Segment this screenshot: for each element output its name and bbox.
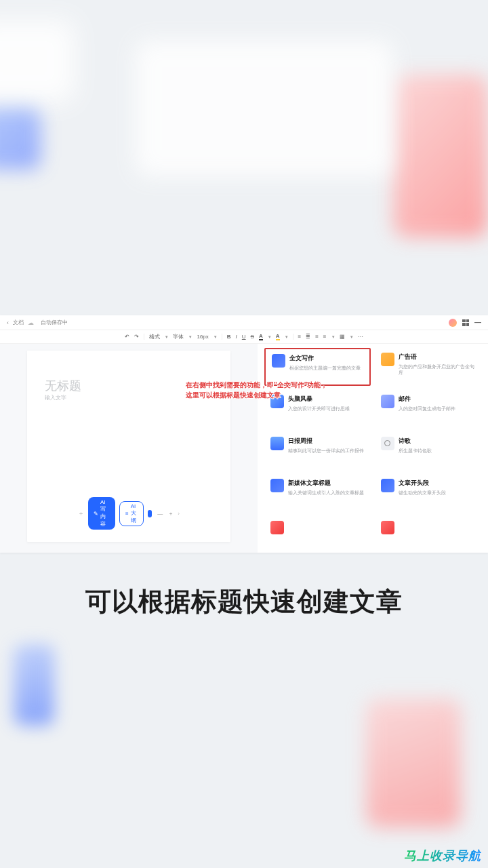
- fulltext-icon: [272, 354, 285, 368]
- highlight-color-button[interactable]: A: [276, 334, 280, 340]
- template-desc: 为您的产品和服务开启业的广告金句库: [399, 363, 475, 376]
- editor-toolbar: ↶ ↷ 格式▾ 字体▾ 16px▾ B I U S A▾ A▾ ≡ ≣ ≡ ≡▾…: [0, 330, 488, 344]
- plus-small[interactable]: ＋: [168, 510, 174, 517]
- list-ordered-icon[interactable]: ≡: [298, 334, 302, 340]
- template-more-right[interactable]: [375, 516, 481, 539]
- annotation-line1: 在右侧中找到需要的功能，即"全文写作"功能，: [186, 380, 327, 390]
- underline-button[interactable]: U: [242, 334, 246, 340]
- body-placeholder[interactable]: 输入文字: [45, 394, 66, 401]
- template-desc: 所生题卡特色歌: [399, 448, 432, 454]
- bold-button[interactable]: B: [227, 334, 231, 340]
- minimize-icon[interactable]: —: [474, 319, 481, 326]
- template-media-title[interactable]: 新媒体文章标题 输入关键词生成引人入胜的文章标题: [264, 474, 371, 512]
- poem-icon: [381, 437, 394, 450]
- template-mail[interactable]: 邮件 入的您对回复生成电子邮件: [375, 390, 481, 428]
- font-color-button[interactable]: A: [259, 334, 263, 340]
- template-title: 邮件: [399, 395, 455, 403]
- italic-button[interactable]: I: [236, 334, 237, 340]
- ai-write-label: AI写内容: [100, 499, 110, 528]
- undo-icon[interactable]: ↶: [125, 334, 129, 340]
- media-title-icon: [270, 479, 284, 492]
- table-icon[interactable]: ▦: [340, 334, 345, 340]
- bookmark-icon: [270, 521, 284, 534]
- doc-name: 文档: [13, 319, 24, 326]
- annotation-line2: 这里可以根据标题快速创建文章: [186, 390, 327, 400]
- template-desc: 输入关键词生成引人入胜的文章标题: [288, 490, 364, 496]
- watermark: 马上收录导航: [404, 848, 481, 864]
- list-icon: ≡: [125, 511, 129, 517]
- template-desc: 入您的设计开关即可进行思维: [288, 406, 350, 412]
- template-opening[interactable]: 文章开头段 键生动完的文章开头段: [375, 474, 481, 512]
- template-title: 全文写作: [289, 354, 361, 363]
- wand-icon: ✎: [94, 511, 98, 517]
- bookmark-icon: [381, 521, 394, 534]
- template-desc: 键生动完的文章开头段: [399, 490, 446, 496]
- template-more-left[interactable]: [264, 516, 371, 539]
- template-desc: 精事到此可以您一份详实的工作报件: [288, 448, 364, 454]
- font-size-select[interactable]: 16px: [197, 334, 208, 340]
- plus-icon[interactable]: ＋: [78, 509, 84, 518]
- template-advert[interactable]: 广告语 为您的产品和服务开启业的广告金句库: [375, 348, 481, 386]
- template-panel: 全文写作 根据您想的主题编一篇完整的文章 广告语 为您的产品和服务开启业的广告金…: [258, 344, 488, 553]
- annotation-overlay: 在右侧中找到需要的功能，即"全文写作"功能， 这里可以根据标题快速创建文章: [186, 380, 327, 400]
- ai-action-bar: ＋ ✎ AI写内容 ≡ AI大纲 — ＋ ›: [78, 497, 180, 530]
- cloud-icon: ☁: [28, 319, 34, 326]
- template-title: 诗歌: [399, 437, 432, 446]
- mail-icon: [381, 395, 394, 408]
- template-poem[interactable]: 诗歌 所生题卡特色歌: [375, 432, 481, 470]
- indent-right-icon[interactable]: ≡: [323, 334, 327, 340]
- template-desc: 入的您对回复生成电子邮件: [399, 406, 455, 412]
- ai-write-button[interactable]: ✎ AI写内容: [88, 497, 115, 530]
- apps-grid-icon[interactable]: [462, 319, 469, 326]
- font-select[interactable]: 字体: [173, 334, 184, 340]
- template-title: 文章开头段: [399, 479, 446, 488]
- template-desc: 根据您想的主题编一篇完整的文章: [289, 365, 361, 371]
- sync-status: 自动保存中: [41, 319, 68, 326]
- ai-outline-label: AI大纲: [131, 503, 138, 524]
- title-placeholder[interactable]: 无标题: [45, 378, 81, 394]
- report-icon: [270, 437, 284, 450]
- indent-left-icon[interactable]: ≡: [315, 334, 319, 340]
- more-icon[interactable]: ⋯: [358, 334, 363, 340]
- ai-outline-button[interactable]: ≡ AI大纲: [119, 501, 144, 526]
- avatar[interactable]: [449, 319, 457, 327]
- list-bullet-icon[interactable]: ≣: [306, 334, 310, 340]
- minus-small[interactable]: —: [157, 511, 163, 517]
- editor-canvas-wrap: 无标题 输入文字 ＋ ✎ AI写内容 ≡ AI大纲 — ＋ ›: [0, 344, 258, 553]
- app-window: ‹ 文档 ☁ 自动保存中 — ↶ ↷ 格式▾ 字体▾ 16px▾ B I U S…: [0, 315, 488, 553]
- chevron-right-icon[interactable]: ›: [178, 511, 180, 517]
- advert-icon: [381, 353, 394, 366]
- strike-button[interactable]: S: [251, 334, 254, 340]
- template-title: 广告语: [399, 353, 475, 361]
- back-icon[interactable]: ‹: [7, 319, 9, 326]
- template-title: 新媒体文章标题: [288, 479, 364, 488]
- opening-icon: [381, 479, 394, 492]
- template-report[interactable]: 日报周报 精事到此可以您一份详实的工作报件: [264, 432, 371, 470]
- square-button[interactable]: [148, 510, 152, 517]
- format-painter-button[interactable]: 格式: [149, 334, 160, 340]
- template-title: 日报周报: [288, 437, 364, 446]
- redo-icon[interactable]: ↷: [134, 334, 139, 340]
- big-caption: 可以根据标题快速创建文章: [0, 585, 488, 619]
- titlebar: ‹ 文档 ☁ 自动保存中 —: [0, 315, 488, 330]
